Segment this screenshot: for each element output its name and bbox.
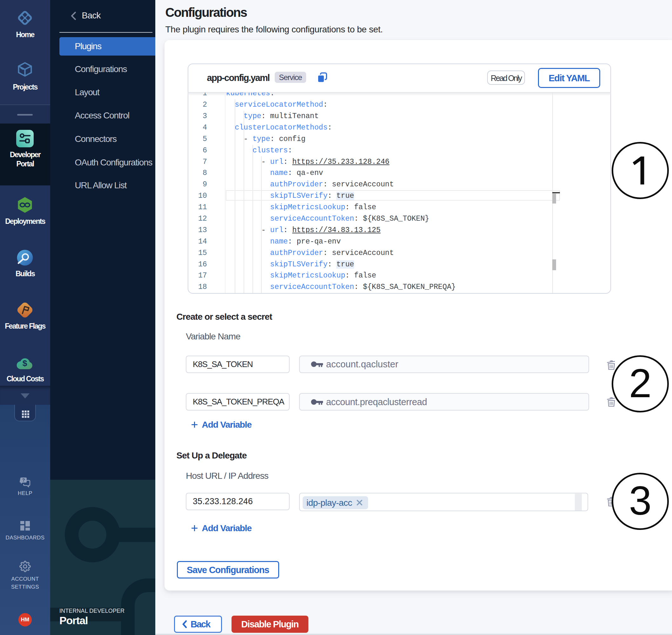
- svg-text:?: ?: [22, 477, 25, 483]
- svg-text:$: $: [23, 358, 27, 368]
